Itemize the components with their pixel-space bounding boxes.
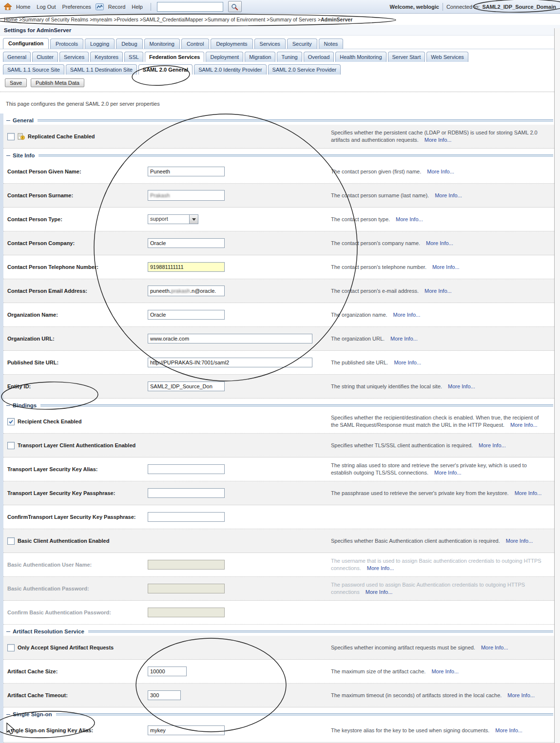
more-info-link[interactable]: More Info... — [481, 645, 508, 650]
more-info-link[interactable]: More Info... — [515, 490, 542, 496]
replicated-cache-enabled-checkbox[interactable] — [7, 133, 15, 140]
tab-notes[interactable]: Notes — [319, 38, 344, 49]
tab-overload[interactable]: Overload — [304, 52, 334, 62]
tab-web-services[interactable]: Web Services — [426, 52, 468, 62]
tab-health-monitoring[interactable]: Health Monitoring — [335, 52, 386, 62]
entity-id-input[interactable] — [148, 381, 225, 391]
tab-services[interactable]: Services — [254, 38, 286, 49]
tab-control[interactable]: Control — [181, 38, 209, 49]
single-sign-on-signing-key-alias-input[interactable] — [148, 725, 225, 735]
tab-keystores[interactable]: Keystores — [90, 52, 123, 62]
contact-person-given-name-input[interactable] — [148, 167, 225, 176]
more-info-link[interactable]: More Info... — [390, 336, 418, 342]
chevron-down-icon[interactable] — [189, 215, 198, 224]
more-info-link[interactable]: More Info... — [510, 422, 538, 428]
tab-cluster[interactable]: Cluster — [32, 52, 58, 62]
logout-link[interactable]: Log Out — [35, 4, 58, 10]
more-info-link[interactable]: More Info... — [506, 538, 533, 544]
tab-security[interactable]: Security — [287, 38, 317, 49]
tab-deployments[interactable]: Deployments — [211, 38, 252, 49]
preferences-link[interactable]: Preferences — [60, 4, 93, 10]
collapse-icon[interactable] — [6, 405, 10, 406]
tab-server-start[interactable]: Server Start — [388, 52, 425, 62]
breadcrumb-item-summary-of-servers[interactable]: Summary of Servers — [270, 17, 316, 22]
organization-url-input[interactable] — [148, 334, 312, 343]
contact-person-type-select[interactable]: support — [148, 214, 198, 224]
published-site-url-input[interactable] — [148, 358, 312, 367]
tab-deployment[interactable]: Deployment — [206, 52, 243, 62]
page-description: This page configures the general SAML 2.… — [0, 92, 560, 114]
more-info-link[interactable]: More Info... — [366, 589, 393, 595]
search-input[interactable] — [157, 2, 223, 12]
transport-layer-security-key-passphrase-input[interactable] — [148, 488, 225, 498]
tab-monitoring[interactable]: Monitoring — [144, 38, 180, 49]
artifact-cache-size-input[interactable] — [148, 667, 187, 676]
more-info-link[interactable]: More Info... — [435, 192, 462, 198]
organization-name-input[interactable] — [148, 310, 225, 320]
recipient-check-enabled-checkbox[interactable] — [7, 418, 15, 425]
collapse-icon[interactable] — [6, 120, 10, 121]
tab-saml-2-0-identity-provider[interactable]: SAML 2.0 Identity Provider — [194, 64, 266, 75]
more-info-link[interactable]: More Info... — [434, 470, 462, 476]
more-info-link[interactable]: More Info... — [426, 240, 453, 246]
more-info-link[interactable]: More Info... — [495, 727, 522, 733]
more-info-link[interactable]: More Info... — [432, 264, 460, 270]
breadcrumb-item-myrealm[interactable]: myrealm — [93, 17, 112, 22]
more-info-link[interactable]: More Info... — [393, 312, 421, 318]
tab-saml-1-1-source-site[interactable]: SAML 1.1 Source Site — [3, 64, 64, 75]
save-button[interactable]: Save — [5, 78, 27, 87]
vertical-scrollbar[interactable] — [554, 28, 560, 743]
field-label-cell: Contact Person Telephone Number: — [3, 264, 148, 270]
more-info-link[interactable]: More Info... — [425, 288, 452, 294]
contact-person-surname-input[interactable]: Prakash — [148, 190, 225, 201]
tab-saml-1-1-destination-site[interactable]: SAML 1.1 Destination Site — [66, 64, 137, 75]
more-info-link[interactable]: More Info... — [394, 360, 421, 365]
breadcrumb-item-saml2-credentialmapper[interactable]: SAML2_CredentialMapper — [143, 17, 203, 22]
tab-services[interactable]: Services — [59, 52, 89, 62]
more-info-link[interactable]: More Info... — [507, 692, 535, 698]
only-accept-signed-artifact-requests-checkbox[interactable] — [7, 644, 15, 651]
contact-person-email-address-input[interactable]: puneeth.prakash.n@oracle. — [148, 286, 225, 296]
breadcrumb-item-home[interactable]: Home — [4, 17, 18, 22]
confirmtransport-layer-security-key-passphrase-input[interactable] — [148, 512, 225, 522]
home-link[interactable]: Home — [14, 4, 32, 10]
artifact-cache-timeout-input[interactable] — [148, 690, 181, 700]
tab-saml-2-0-service-provider[interactable]: SAML 2.0 Service Provider — [268, 64, 341, 75]
description-text: The organization name. — [331, 312, 387, 318]
tab-protocols[interactable]: Protocols — [50, 38, 83, 49]
search-button[interactable] — [228, 1, 242, 12]
field-label-cell: Confirm Basic Authentication Password: — [3, 610, 148, 615]
tab-saml-2-0-general[interactable]: SAML 2.0 General — [138, 64, 193, 75]
transport-layer-client-authentication-enabled-checkbox[interactable] — [7, 442, 15, 449]
breadcrumb-separator: > — [316, 17, 321, 22]
collapse-icon[interactable] — [6, 631, 10, 632]
transport-layer-security-key-alias-input[interactable] — [148, 464, 225, 474]
tab-ssl[interactable]: SSL — [124, 52, 143, 62]
collapse-icon[interactable] — [6, 155, 10, 156]
record-link[interactable]: Record — [106, 4, 127, 10]
breadcrumb-item-summary-of-security-realms[interactable]: Summary of Security Realms — [22, 17, 88, 22]
tab-general[interactable]: General — [3, 52, 31, 62]
tab-migration[interactable]: Migration — [245, 52, 275, 62]
description-text: The contact person's e-mail address. — [331, 288, 419, 294]
breadcrumb-item-summary-of-environment[interactable]: Summary of Environment — [208, 17, 265, 22]
help-link[interactable]: Help — [130, 4, 145, 10]
more-info-link[interactable]: More Info... — [448, 383, 475, 389]
tab-tuning[interactable]: Tuning — [277, 52, 302, 62]
publish-meta-data-button[interactable]: Publish Meta Data — [31, 78, 84, 87]
tab-logging[interactable]: Logging — [85, 38, 115, 49]
more-info-link[interactable]: More Info... — [427, 169, 454, 174]
collapse-icon[interactable] — [6, 714, 10, 715]
tab-debug[interactable]: Debug — [116, 38, 142, 49]
basic-client-authentication-enabled-checkbox[interactable] — [7, 537, 15, 545]
tab-configuration[interactable]: Configuration — [3, 38, 49, 49]
more-info-link[interactable]: More Info... — [425, 137, 452, 143]
contact-person-telephone-number-input[interactable] — [148, 262, 225, 272]
more-info-link[interactable]: More Info... — [479, 442, 506, 448]
contact-person-company-input[interactable] — [148, 238, 225, 248]
more-info-link[interactable]: More Info... — [367, 565, 394, 571]
more-info-link[interactable]: More Info... — [431, 668, 459, 674]
tab-federation-services[interactable]: Federation Services — [145, 52, 205, 62]
breadcrumb-item-providers[interactable]: Providers — [116, 17, 138, 22]
more-info-link[interactable]: More Info... — [396, 216, 423, 222]
